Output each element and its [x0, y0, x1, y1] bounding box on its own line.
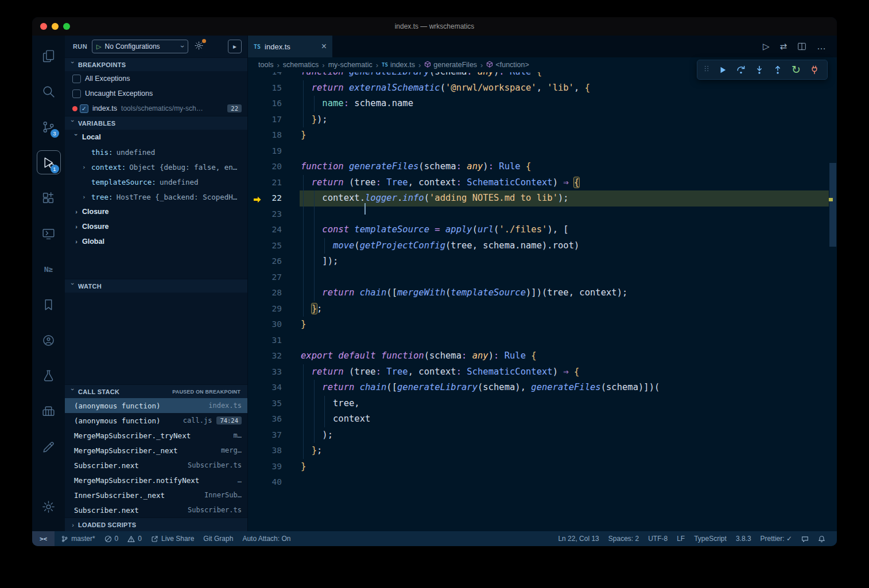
variable-row[interactable]: ›context:Object {debug: false, en… [65, 159, 247, 174]
code-line[interactable]: 37 ); [248, 427, 829, 443]
code-line[interactable]: 19 [248, 143, 829, 159]
feedback[interactable] [797, 531, 813, 546]
stack-frame[interactable]: MergeMapSubscriber.notifyNext… [65, 473, 247, 488]
stack-frame[interactable]: (anonymous function)call.js74:24 [65, 413, 247, 428]
call-stack-header[interactable]: › CALL STACK PAUSED ON BREAKPOINT [65, 384, 247, 398]
breakpoint-checkbox[interactable]: ✓ [80, 104, 88, 113]
breadcrumb-item[interactable]: tools [258, 61, 273, 69]
breadcrumb-item[interactable]: TSindex.ts [382, 61, 415, 69]
testing-icon[interactable] [34, 358, 63, 394]
code-line[interactable]: 34 return chain([generateLibrary(schema)… [248, 380, 829, 396]
scope-local[interactable]: ›Local [65, 130, 247, 145]
code-line[interactable]: 28 return chain([mergeWith(templateSourc… [248, 285, 829, 301]
code-line[interactable]: 32export default function(schema: any): … [248, 348, 829, 364]
remote-indicator[interactable]: >< [32, 531, 55, 546]
breadcrumb-item[interactable]: schematics [283, 61, 319, 69]
code-line[interactable]: 18} [248, 127, 829, 143]
scope-closure[interactable]: ›Closure [65, 204, 247, 219]
language-mode[interactable]: TypeScript [689, 531, 731, 546]
minimize-window-button[interactable] [52, 23, 59, 30]
code-line[interactable]: 38 }; [248, 443, 829, 459]
scrollbar-thumb[interactable] [829, 163, 836, 247]
docker-icon[interactable] [34, 394, 63, 429]
stack-frame[interactable]: (anonymous function)index.ts [65, 398, 247, 413]
auto-attach[interactable]: Auto Attach: On [238, 531, 295, 546]
warnings-count[interactable]: 0 [123, 531, 146, 546]
breakpoint-item[interactable]: All Exceptions [65, 71, 247, 86]
restart-button[interactable]: ↻ [787, 62, 805, 78]
manage-icon[interactable] [34, 489, 63, 524]
live-share[interactable]: Live Share [146, 531, 199, 546]
stack-frame[interactable]: InnerSubscriber._nextInnerSub… [65, 488, 247, 503]
configure-gear-icon[interactable] [194, 41, 204, 53]
explorer-icon[interactable] [34, 38, 63, 73]
eol[interactable]: LF [672, 531, 689, 546]
continue-button[interactable] [713, 62, 732, 78]
code-line[interactable]: 30} [248, 317, 829, 333]
watch-header[interactable]: › WATCH [65, 279, 247, 293]
ts-version[interactable]: 3.8.3 [731, 531, 756, 546]
live-share-icon[interactable] [34, 322, 63, 358]
extensions-icon[interactable] [34, 180, 63, 216]
errors-count[interactable]: 0 [100, 531, 123, 546]
breakpoint-checkbox[interactable] [72, 75, 81, 83]
breakpoint-checkbox[interactable] [72, 89, 81, 98]
encoding[interactable]: UTF-8 [643, 531, 672, 546]
launch-config-dropdown[interactable]: ▷ No Configurations › [92, 40, 188, 53]
indentation[interactable]: Spaces: 2 [604, 531, 643, 546]
step-over-button[interactable] [732, 62, 750, 78]
open-debug-console-icon[interactable]: ▸ [228, 40, 242, 53]
code-line[interactable]: 27 [248, 270, 829, 286]
start-debug-icon[interactable]: ▷ [96, 44, 101, 50]
editor-scrollbar[interactable] [829, 72, 837, 531]
source-control-icon[interactable]: 3 [34, 109, 63, 145]
stack-frame[interactable]: MergeMapSubscriber._tryNextm… [65, 428, 247, 443]
scope-closure[interactable]: ›Closure [65, 219, 247, 234]
split-editor-icon[interactable] [797, 42, 806, 51]
tab-index-ts[interactable]: TS index.ts × [248, 36, 332, 57]
more-actions-icon[interactable]: … [817, 41, 827, 52]
open-changes-icon[interactable]: ⇄ [779, 41, 787, 52]
code-editor[interactable]: 14function generateLibrary(schema: any):… [248, 72, 837, 531]
code-line[interactable]: 16 name: schema.name [248, 96, 829, 112]
nx-console-icon[interactable]: N≥ [34, 251, 63, 287]
cursor-position[interactable]: Ln 22, Col 13 [553, 531, 603, 546]
edit-icon[interactable] [34, 429, 63, 465]
code-line[interactable]: 39} [248, 459, 829, 475]
code-line[interactable]: 20function generateFiles(schema: any): R… [248, 159, 829, 175]
stack-frame[interactable]: MergeMapSubscriber._nextmerg… [65, 443, 247, 458]
step-out-button[interactable] [769, 62, 787, 78]
variable-row[interactable]: ›tree:HostTree {_backend: ScopedH… [65, 189, 247, 204]
zoom-window-button[interactable] [63, 23, 70, 30]
stack-frame[interactable]: Subscriber.nextSubscriber.ts [65, 458, 247, 473]
code-line[interactable]: 22 context.logger.info('adding NOTES.md … [248, 190, 829, 207]
close-tab-icon[interactable]: × [321, 42, 327, 51]
breakpoint-item[interactable]: Uncaught Exceptions [65, 86, 247, 101]
code-line[interactable]: 40 [248, 474, 829, 490]
disconnect-button[interactable] [805, 62, 824, 78]
breakpoint-item[interactable]: ✓index.tstools/schematics/my-sch…22 [65, 101, 247, 116]
variables-header[interactable]: › VARIABLES [65, 116, 247, 130]
code-line[interactable]: 25 move(getProjectConfig(tree, schema.na… [248, 238, 829, 254]
prettier[interactable]: Prettier: ✓ [756, 531, 797, 546]
remote-explorer-icon[interactable] [34, 216, 63, 251]
toolbar-drag-handle-icon[interactable] [701, 64, 712, 75]
loaded-scripts-header[interactable]: › LOADED SCRIPTS [65, 517, 247, 531]
code-line[interactable]: 33 return (tree: Tree, context: Schemati… [248, 364, 829, 380]
breadcrumb-item[interactable]: <function> [486, 61, 529, 69]
code-line[interactable]: 15 return externalSchematic('@nrwl/works… [248, 80, 829, 96]
run-or-debug-icon[interactable]: ▷ [763, 41, 770, 52]
git-branch[interactable]: master* [56, 531, 99, 546]
breadcrumb-item[interactable]: generateFiles [424, 61, 477, 69]
code-line[interactable]: 35 tree, [248, 396, 829, 412]
breakpoints-header[interactable]: › BREAKPOINTS [65, 57, 247, 71]
variable-row[interactable]: templateSource:undefined [65, 174, 247, 189]
code-line[interactable]: 17 }); [248, 112, 829, 128]
step-into-button[interactable] [750, 62, 769, 78]
close-window-button[interactable] [40, 23, 47, 30]
code-line[interactable]: 24 const templateSource = apply(url('./f… [248, 222, 829, 238]
bookmarks-icon[interactable] [34, 287, 63, 322]
code-line[interactable]: 31 [248, 333, 829, 349]
search-icon[interactable] [34, 73, 63, 109]
code-line[interactable]: 26 ]); [248, 254, 829, 270]
